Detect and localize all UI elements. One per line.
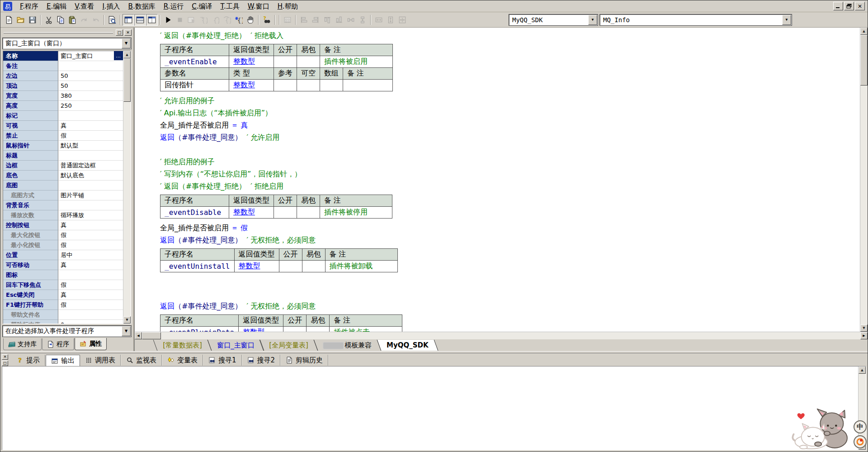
property-row-18[interactable]: 最大化按钮假 [3,230,123,240]
table-cell[interactable] [343,80,393,91]
property-row-17[interactable]: 控制按钮真 [3,220,123,230]
table-cell[interactable] [297,56,320,68]
property-value[interactable]: 真 [58,290,123,300]
menu-item-view[interactable]: V.查看 [71,1,98,11]
subroutine-table[interactable]: 子程序名返回值类型公开易包备 注_eventDisable整数型插件将被停用 [160,195,392,219]
redo-button[interactable] [78,14,90,26]
cut-button[interactable] [43,14,55,26]
code-line-comment[interactable]: ′ Api.输出日志（“本插件被启用”） [160,107,860,119]
property-value[interactable]: 50 [58,71,123,81]
dock-tab-properties[interactable]: 属性 [75,338,107,350]
panel-float-button[interactable]: □ [2,361,8,366]
step-into-button[interactable]: {} [198,14,209,26]
menu-item-program[interactable]: F.程序 [16,1,42,11]
layout-top-button[interactable] [123,14,134,26]
help-find-button[interactable]: ? [261,14,273,26]
same-height-button[interactable] [385,14,396,26]
code-editor[interactable]: ′ 返回（#事件处理_拒绝） ′ 拒绝载入子程序名返回值类型公开易包备 注_ev… [135,28,860,332]
editor-tab-template-compat[interactable]: 模板兼容 [314,340,382,351]
menu-item-help[interactable]: H.帮助 [274,1,302,11]
property-row-23[interactable]: 回车下移焦点假 [3,280,123,290]
scroll-track[interactable] [161,332,860,339]
property-row-27[interactable]: 帮助标志值0 [3,320,123,324]
property-row-13[interactable]: 底图 [3,181,123,190]
table-cell[interactable]: 整数型 [234,261,279,272]
code-line[interactable]: 全局_插件是否被启用 ＝ 真 [160,119,860,131]
ime-language-button[interactable]: 中 [854,420,867,433]
space-vert-button[interactable] [357,14,368,26]
table-cell[interactable]: 插件被点击 [330,327,402,332]
dock-tab-program[interactable]: 程序 [42,338,74,350]
property-value[interactable]: 50 [58,81,123,91]
layout-split-button[interactable] [134,14,146,26]
property-value[interactable]: 假 [58,280,123,290]
property-value[interactable]: 0 [58,320,123,324]
project-combo-arrow-icon[interactable]: ▼ [588,15,597,25]
property-value[interactable]: 默认底色 [58,171,123,181]
scroll-down-icon[interactable]: ▼ [123,316,131,324]
scroll-right-icon[interactable]: ▶ [860,332,868,339]
property-row-15[interactable]: 背景音乐 [3,200,123,210]
property-row-11[interactable]: 边框普通固定边框 [3,161,123,171]
property-row-7[interactable]: 可视真 [3,121,123,131]
property-ellipsis-button[interactable]: … [114,51,123,60]
table-cell[interactable] [320,80,343,91]
paste-button[interactable] [66,14,78,26]
property-value[interactable] [58,181,123,190]
scroll-track[interactable] [860,86,868,324]
table-cell[interactable]: 整数型 [239,327,283,332]
menu-item-database[interactable]: B.数据库 [124,1,160,11]
subroutine-table[interactable]: 子程序名返回值类型公开易包备 注_eventUninstall整数型插件将被卸载 [160,248,398,272]
code-line[interactable]: 返回（#事件处理_同意） ′ 无权拒绝，必须同意 [160,300,860,312]
pause-hand-button[interactable] [245,14,256,26]
new-file-button[interactable] [3,14,15,26]
property-value[interactable] [58,151,123,161]
output-tab-call-table[interactable]: 调用表 [80,355,121,366]
property-grid-scrollbar[interactable]: ▲ ▼ [123,51,131,324]
table-cell[interactable] [279,261,302,272]
editor-tab-const-table[interactable]: [常量数据表] [153,340,212,351]
code-line-comment[interactable]: ′ 返回（#事件处理_拒绝） ′ 拒绝启用 [160,180,860,192]
output-tab-search2[interactable]: 搜寻2 [242,355,281,366]
property-row-16[interactable]: 播放次数循环播放 [3,210,123,220]
open-file-button[interactable] [15,14,27,26]
table-cell[interactable]: _eventUninstall [160,261,235,272]
property-value[interactable] [58,200,123,210]
code-line-blank[interactable] [160,143,860,156]
property-value[interactable]: 居中 [58,250,123,260]
property-value[interactable]: 循环播放 [58,210,123,220]
object-combo-arrow-icon[interactable]: ▼ [782,15,791,25]
object-selector-arrow-icon[interactable]: ▼ [122,38,131,48]
code-line[interactable]: 返回（#事件处理_同意） ′ 无权拒绝，必须同意 [160,234,860,246]
output-tab-watch-table[interactable]: 监视表 [121,355,162,366]
property-row-20[interactable]: 位置居中 [3,250,123,260]
output-tab-search1[interactable]: 搜寻1 [203,355,242,366]
stop-button[interactable] [174,14,186,26]
event-handler-combo-arrow-icon[interactable]: ▼ [122,326,131,336]
table-cell[interactable] [283,327,307,332]
table-cell[interactable]: 回传指针 [160,80,229,91]
property-row-8[interactable]: 禁止假 [3,131,123,141]
align-left-button[interactable] [298,14,310,26]
table-cell[interactable] [302,261,325,272]
editor-tab-global-vars[interactable]: [全局变量表] [259,340,318,351]
object-combo[interactable]: MQ_Info ▼ [600,14,792,25]
scroll-thumb[interactable] [860,35,868,86]
output-tab-clip-history[interactable]: 剪辑历史 [281,355,329,366]
editor-vscrollbar[interactable]: ▲ ▼ [860,28,868,332]
space-horz-button[interactable] [345,14,357,26]
property-row-26[interactable]: 帮助文件名 [3,310,123,320]
property-value[interactable]: 假 [58,131,123,141]
code-line-blank[interactable] [160,276,860,288]
scroll-up-icon[interactable]: ▲ [123,51,131,58]
output-tab-hint[interactable]: ?提示 [11,355,46,366]
editor-hscrollbar[interactable]: ◀ ▶ [134,332,868,339]
property-value[interactable]: 假 [58,240,123,250]
dock-float-button[interactable]: □ [116,29,123,36]
property-row-25[interactable]: F1键打开帮助假 [3,300,123,310]
property-row-4[interactable]: 宽度380 [3,91,123,101]
table-cell[interactable] [274,56,297,68]
scroll-up-icon[interactable]: ▲ [859,366,866,374]
minimize-button[interactable] [833,2,843,10]
property-row-10[interactable]: 标题 [3,151,123,161]
